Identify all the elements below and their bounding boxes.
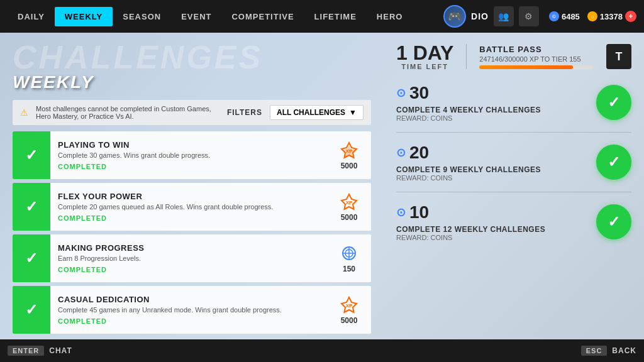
user-info-bar: 🎮 DIO 👥 ⚙ © 6485 ○ 13378 + [443,5,636,28]
challenge-status-4: COMPLETED [58,317,319,325]
currency-blue-item: © 6485 [549,11,580,21]
esc-key: ESC [581,346,608,356]
timer-value: 1 DAY [396,43,453,63]
battle-pass-fill [479,65,573,69]
options-icon[interactable]: ⚙ [519,6,539,26]
milestone-item-2: ⊙ 20 COMPLETE 9 WEEKLY CHALLENGES REWARD… [396,143,631,182]
challenge-item-3[interactable]: MAKING PROGRESS Earn 8 Progression Level… [13,234,371,282]
check-icon-2 [25,198,38,216]
tab-weekly[interactable]: WEEKLY [55,7,113,26]
left-panel: CHALLENGES WEEKLY ⚠ Most challenges cann… [0,33,384,362]
enter-key: ENTER [8,346,44,356]
chevron-down-icon: ▼ [349,108,357,117]
xp-icon-4: XP [339,295,359,315]
milestone-reward-type-1: REWARD: COINS [396,114,589,122]
currency-gold-icon: ○ [587,11,597,21]
milestone-coin-icon-2: ⊙ [396,146,406,160]
battle-pass-icon: T [606,44,631,69]
milestone-req-1: COMPLETE 4 WEEKLY CHALLENGES [396,106,589,114]
battle-pass-title: BATTLE PASS [479,45,594,54]
milestone-coin-icon-3: ⊙ [396,206,406,219]
challenge-status-3: COMPLETED [58,266,319,273]
challenge-reward-value-2: 5000 [341,213,358,222]
battle-pass-section: BATTLE PASS 247146/300000 XP TO TIER 155 [479,45,594,69]
challenge-info-2: FLEX YOUR POWER Complete 20 games queued… [50,183,327,231]
tab-season[interactable]: SEASON [113,7,171,26]
battle-pass-progress-bar [479,65,594,69]
divider [466,44,467,69]
tab-lifetime[interactable]: LIFETIME [304,7,367,26]
challenge-name-4: CASUAL DEDICATION [58,295,319,304]
chat-label: CHAT [49,346,72,355]
coin-icon-3 [339,243,359,263]
xp-icon-1: XP [339,140,359,160]
tab-daily[interactable]: DAILY [8,7,55,26]
challenge-reward-value-4: 5000 [341,316,358,325]
check-icon-3 [25,250,38,267]
challenge-name-3: MAKING PROGRESS [58,243,319,253]
milestone-info-1: ⊙ 30 COMPLETE 4 WEEKLY CHALLENGES REWARD… [396,83,589,122]
challenge-status-1: COMPLETED [58,163,319,170]
milestone-reward-3: ⊙ 10 [396,202,589,222]
right-panel: 1 DAY TIME LEFT BATTLE PASS 247146/30000… [384,33,644,362]
milestone-coin-icon-1: ⊙ [396,86,406,100]
challenge-info-3: MAKING PROGRESS Earn 8 Progression Level… [50,234,327,282]
milestone-info-2: ⊙ 20 COMPLETE 9 WEEKLY CHALLENGES REWARD… [396,143,589,182]
title-area: CHALLENGES WEEKLY [13,43,371,92]
challenge-item-1[interactable]: PLAYING TO WIN Complete 30 games. Wins g… [13,131,371,179]
add-currency-button[interactable]: + [625,11,636,22]
milestone-reward-1: ⊙ 30 [396,83,589,103]
challenge-check-1 [13,131,50,179]
filter-bar: ⚠ Most challenges cannot be completed in… [13,100,371,125]
main-content: CHALLENGES WEEKLY ⚠ Most challenges cann… [0,33,644,362]
info-bar: 1 DAY TIME LEFT BATTLE PASS 247146/30000… [396,43,631,70]
milestone-checkmark-1 [608,94,620,111]
challenge-reward-value-3: 150 [343,265,355,273]
milestone-item-1: ⊙ 30 COMPLETE 4 WEEKLY CHALLENGES REWARD… [396,83,631,122]
challenge-check-3 [13,234,50,282]
milestone-check-2 [596,145,631,180]
currency-gold-item: ○ 13378 + [587,11,636,22]
challenge-info-1: PLAYING TO WIN Complete 30 games. Wins g… [50,131,327,179]
check-icon-1 [25,146,38,164]
milestones-list: ⊙ 30 COMPLETE 4 WEEKLY CHALLENGES REWARD… [396,83,631,352]
username: DIO [471,11,489,21]
filter-selected: ALL CHALLENGES [277,108,345,117]
tab-competitive[interactable]: COMPETITIVE [221,7,304,26]
milestone-reward-type-2: REWARD: COINS [396,174,589,182]
challenge-info-4: CASUAL DEDICATION Complete 45 games in a… [50,286,327,334]
milestone-amount-2: 20 [409,143,429,163]
challenge-desc-2: Complete 20 games queued as All Roles. W… [58,203,319,211]
avatar: 🎮 [443,5,466,28]
tab-hero[interactable]: HERO [367,7,413,26]
challenge-item-2[interactable]: FLEX YOUR POWER Complete 20 games queued… [13,183,371,231]
challenge-status-2: COMPLETED [58,214,319,222]
timer-label: TIME LEFT [396,63,453,70]
milestone-divider-2 [396,192,631,192]
milestone-reward-2: ⊙ 20 [396,143,589,163]
currency-gold-value: 13378 [600,12,623,21]
currency-blue-value: 6485 [562,12,580,21]
milestone-check-1 [596,85,631,120]
milestone-item-3: ⊙ 10 COMPLETE 12 WEEKLY CHALLENGES REWAR… [396,202,631,241]
page-title: CHALLENGES [13,43,371,72]
challenge-desc-3: Earn 8 Progression Levels. [58,255,319,262]
social-icon[interactable]: 👥 [494,6,514,26]
challenge-check-2 [13,183,50,231]
currency-group: © 6485 ○ 13378 + [549,11,636,22]
milestone-req-2: COMPLETE 9 WEEKLY CHALLENGES [396,165,589,174]
milestone-checkmark-2 [608,153,620,171]
challenge-desc-1: Complete 30 games. Wins grant double pro… [58,151,319,159]
milestone-reward-type-3: REWARD: COINS [396,234,589,241]
milestone-checkmark-3 [608,213,620,231]
filter-dropdown[interactable]: ALL CHALLENGES ▼ [270,105,364,120]
challenge-list: PLAYING TO WIN Complete 30 games. Wins g… [13,131,371,352]
milestone-amount-1: 30 [409,83,429,103]
challenge-item-4[interactable]: CASUAL DEDICATION Complete 45 games in a… [13,286,371,334]
milestone-info-3: ⊙ 10 COMPLETE 12 WEEKLY CHALLENGES REWAR… [396,202,589,241]
challenge-name-1: PLAYING TO WIN [58,140,319,150]
battle-pass-progress: 247146/300000 XP TO TIER 155 [479,55,594,63]
back-label: BACK [612,346,636,355]
tab-event[interactable]: EVENT [171,7,221,26]
challenge-reward-2: XP 5000 [327,183,371,231]
